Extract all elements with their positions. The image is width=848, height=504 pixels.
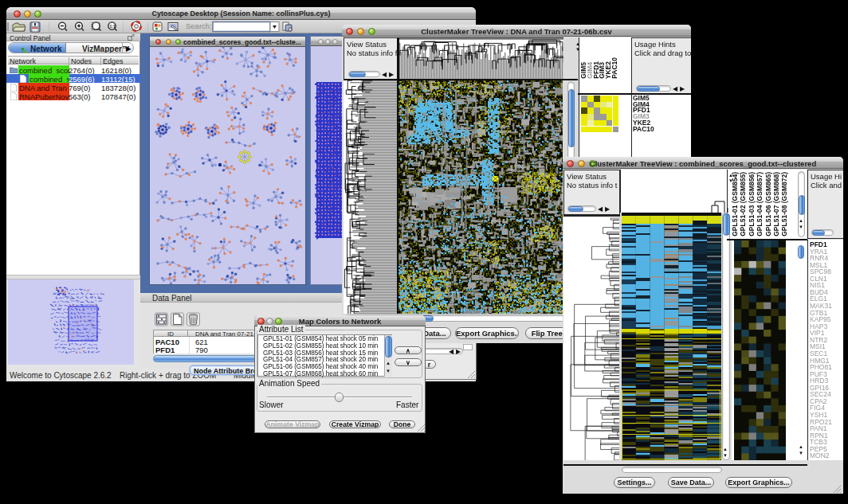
svg-text:Search:: Search: xyxy=(186,21,212,30)
svg-text:1:1: 1:1 xyxy=(110,24,116,29)
